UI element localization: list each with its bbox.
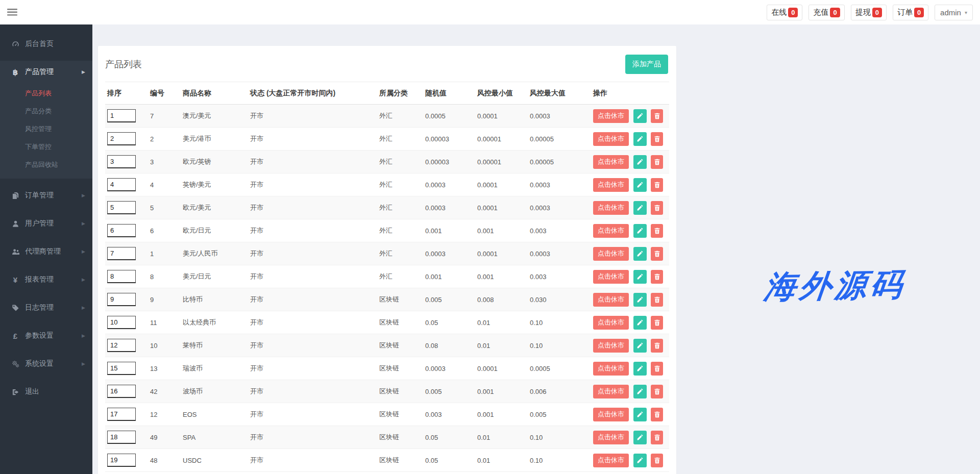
sidebar-item-logout[interactable]: 退出 xyxy=(0,381,92,403)
edit-button[interactable] xyxy=(633,293,647,307)
sort-input[interactable] xyxy=(107,132,136,145)
sidebar-item-system[interactable]: 系统设置▶ xyxy=(0,353,92,375)
delete-button[interactable] xyxy=(651,201,663,215)
close-market-button[interactable]: 点击休市 xyxy=(593,178,629,192)
edit-button[interactable] xyxy=(633,270,647,284)
sort-input[interactable] xyxy=(107,155,136,168)
delete-button[interactable] xyxy=(651,362,663,376)
close-market-button[interactable]: 点击休市 xyxy=(593,339,629,353)
edit-button[interactable] xyxy=(633,339,647,353)
close-market-button[interactable]: 点击休市 xyxy=(593,155,629,169)
close-market-button[interactable]: 点击休市 xyxy=(593,109,629,123)
sidebar-item-logs[interactable]: 日志管理▶ xyxy=(0,296,92,319)
cell-id: 3 xyxy=(148,151,181,173)
cell-status: 开市 xyxy=(248,196,377,219)
cell-random: 0.08 xyxy=(423,334,475,357)
topbar-stat-订单[interactable]: 订单 0 xyxy=(893,5,928,20)
cell-risk-min: 0.0001 xyxy=(475,173,528,196)
close-market-button[interactable]: 点击休市 xyxy=(593,201,629,215)
edit-button[interactable] xyxy=(633,178,647,192)
sidebar-item-reports[interactable]: ¥报表管理▶ xyxy=(0,268,92,291)
sort-input[interactable] xyxy=(107,201,136,214)
delete-button[interactable] xyxy=(651,178,663,192)
sidebar-subitem-product-category[interactable]: 产品分类 xyxy=(0,102,92,120)
sidebar-item-params[interactable]: £参数设置▶ xyxy=(0,325,92,347)
cell-status: 开市 xyxy=(248,288,377,311)
delete-button[interactable] xyxy=(651,385,663,398)
sort-input[interactable] xyxy=(107,385,136,398)
close-market-button[interactable]: 点击休市 xyxy=(593,454,629,467)
sort-input[interactable] xyxy=(107,339,136,352)
column-header-random: 随机值 xyxy=(423,82,475,105)
cell-status: 开市 xyxy=(248,151,377,173)
sort-input[interactable] xyxy=(107,431,136,444)
sidebar-item-agents[interactable]: 代理商管理▶ xyxy=(0,240,92,263)
sidebar-subitem-risk-management[interactable]: 风控管理 xyxy=(0,120,92,138)
trash-icon xyxy=(654,457,660,464)
edit-button[interactable] xyxy=(633,431,647,444)
close-market-button[interactable]: 点击休市 xyxy=(593,362,629,376)
sort-input[interactable] xyxy=(107,178,136,191)
delete-button[interactable] xyxy=(651,408,663,421)
edit-button[interactable] xyxy=(633,132,647,146)
edit-button[interactable] xyxy=(633,155,647,169)
cell-name: EOS xyxy=(181,403,248,426)
delete-button[interactable] xyxy=(651,270,663,284)
sort-input[interactable] xyxy=(107,270,136,283)
cell-random: 0.0003 xyxy=(423,173,475,196)
sidebar-subitem-product-list[interactable]: 产品列表 xyxy=(0,84,92,102)
sidebar-item-products[interactable]: ฿产品管理▶ xyxy=(0,61,92,83)
edit-button[interactable] xyxy=(633,316,647,330)
hamburger-icon[interactable] xyxy=(7,8,20,17)
sidebar-item-label: 退出 xyxy=(25,387,39,396)
edit-button[interactable] xyxy=(633,385,647,398)
edit-button[interactable] xyxy=(633,224,647,238)
close-market-button[interactable]: 点击休市 xyxy=(593,408,629,421)
delete-button[interactable] xyxy=(651,155,663,169)
edit-button[interactable] xyxy=(633,454,647,467)
sidebar-item-label: 报表管理 xyxy=(25,275,54,284)
topbar-stat-在线[interactable]: 在线 0 xyxy=(767,5,802,20)
close-market-button[interactable]: 点击休市 xyxy=(593,293,629,307)
sort-input[interactable] xyxy=(107,408,136,421)
sort-input[interactable] xyxy=(107,109,136,122)
close-market-button[interactable]: 点击休市 xyxy=(593,270,629,284)
topbar-stat-提现[interactable]: 提现 0 xyxy=(851,5,887,20)
sidebar-group-products: ฿产品管理▶产品列表产品分类风控管理下单管控产品回收站 xyxy=(0,61,92,179)
sidebar-subitem-product-recycle[interactable]: 产品回收站 xyxy=(0,156,92,173)
edit-button[interactable] xyxy=(633,408,647,421)
delete-button[interactable] xyxy=(651,454,663,467)
edit-button[interactable] xyxy=(633,109,647,123)
sidebar-item-users[interactable]: 用户管理▶ xyxy=(0,212,92,235)
admin-menu[interactable]: admin ▾ xyxy=(935,5,973,20)
close-market-button[interactable]: 点击休市 xyxy=(593,316,629,330)
close-market-button[interactable]: 点击休市 xyxy=(593,132,629,146)
sidebar-item-home[interactable]: 后台首页 xyxy=(0,33,92,55)
sort-input[interactable] xyxy=(107,454,136,467)
delete-button[interactable] xyxy=(651,224,663,238)
delete-button[interactable] xyxy=(651,247,663,261)
close-market-button[interactable]: 点击休市 xyxy=(593,385,629,398)
add-product-button[interactable]: 添加产品 xyxy=(625,55,668,74)
cell-status: 开市 xyxy=(248,242,377,265)
sidebar-subitem-order-control[interactable]: 下单管控 xyxy=(0,138,92,156)
close-market-button[interactable]: 点击休市 xyxy=(593,431,629,444)
edit-button[interactable] xyxy=(633,201,647,215)
sidebar-item-orders[interactable]: 订单管理▶ xyxy=(0,184,92,207)
delete-button[interactable] xyxy=(651,431,663,444)
delete-button[interactable] xyxy=(651,109,663,123)
sort-input[interactable] xyxy=(107,293,136,306)
sort-input[interactable] xyxy=(107,362,136,375)
sort-input[interactable] xyxy=(107,224,136,237)
sort-input[interactable] xyxy=(107,247,136,260)
topbar-stat-充值[interactable]: 充值 0 xyxy=(808,5,844,20)
delete-button[interactable] xyxy=(651,293,663,307)
delete-button[interactable] xyxy=(651,316,663,330)
delete-button[interactable] xyxy=(651,339,663,353)
sort-input[interactable] xyxy=(107,316,136,329)
close-market-button[interactable]: 点击休市 xyxy=(593,247,629,261)
edit-button[interactable] xyxy=(633,362,647,376)
delete-button[interactable] xyxy=(651,132,663,146)
edit-button[interactable] xyxy=(633,247,647,261)
close-market-button[interactable]: 点击休市 xyxy=(593,224,629,238)
